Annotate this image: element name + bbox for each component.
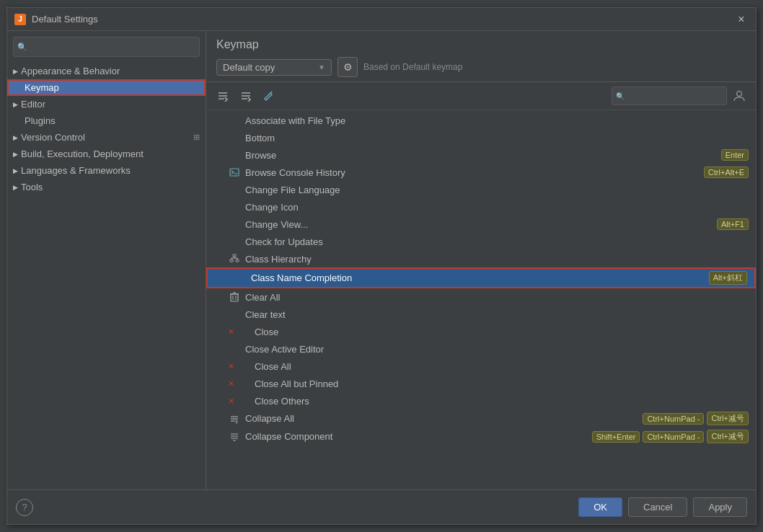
item-label: Check for Updates xyxy=(245,236,749,247)
item-label: Class Name Completion xyxy=(251,272,706,283)
pencil-button[interactable] xyxy=(260,87,278,105)
item-icon xyxy=(234,272,247,285)
item-label: Close xyxy=(255,327,749,337)
sidebar-item-label: Version Control xyxy=(21,132,85,143)
item-label: Collapse Component xyxy=(245,431,589,442)
list-item-browse-console[interactable]: Browse Console History Ctrl+Alt+E xyxy=(206,164,756,181)
shortcut-badge: Alt+F1 xyxy=(717,218,749,230)
sidebar-search-input[interactable] xyxy=(13,37,200,57)
main-header: Keymap Default copy ▼ ⚙ Based on Default… xyxy=(206,31,756,82)
x-mark-icon: ✕ xyxy=(228,396,234,406)
dialog-footer: ? OK Cancel Apply xyxy=(7,489,756,524)
ok-button[interactable]: OK xyxy=(578,497,622,517)
shortcut-badge: Ctrl+减号 xyxy=(707,412,749,425)
filter-person-button[interactable] xyxy=(730,87,749,105)
list-item-clear-all[interactable]: Clear All xyxy=(206,288,756,306)
x-mark-icon: ✕ xyxy=(228,379,234,389)
item-icon xyxy=(237,377,250,390)
app-icon: J xyxy=(14,14,26,25)
svg-rect-12 xyxy=(236,260,239,262)
list-item[interactable]: Associate with File Type xyxy=(206,112,756,129)
search-filter-area: 🔍 xyxy=(612,87,749,105)
svg-line-6 xyxy=(270,92,272,93)
pencil-icon xyxy=(263,90,275,102)
item-icon xyxy=(228,235,241,248)
list-item[interactable]: Clear text xyxy=(206,306,756,323)
filter-input[interactable] xyxy=(612,87,727,105)
item-label: Close Active Editor xyxy=(245,344,749,355)
version-control-icon: ⊞ xyxy=(193,133,200,142)
expand-arrow: ▶ xyxy=(13,68,18,75)
list-item[interactable]: Check for Updates xyxy=(206,233,756,250)
console-icon xyxy=(228,166,241,179)
sidebar-item-tools[interactable]: ▶ Tools xyxy=(7,179,206,195)
expand-all-button[interactable] xyxy=(213,87,232,105)
sidebar-item-keymap[interactable]: Keymap xyxy=(7,79,206,96)
sidebar-item-build[interactable]: ▶ Build, Execution, Deployment xyxy=(7,146,206,162)
list-item[interactable]: Change Icon xyxy=(206,198,756,216)
item-icon xyxy=(228,308,241,321)
item-icon xyxy=(237,325,250,338)
sidebar-item-label: Languages & Frameworks xyxy=(21,165,131,176)
expand-arrow: ▶ xyxy=(13,184,18,191)
shortcut-badge: Shift+Enter xyxy=(592,431,640,443)
sidebar-item-label: Tools xyxy=(21,182,43,192)
close-button[interactable]: × xyxy=(734,12,749,27)
sidebar-item-languages[interactable]: ▶ Languages & Frameworks xyxy=(7,162,206,179)
expand-arrow: ▶ xyxy=(13,167,18,174)
list-item[interactable]: Change File Language xyxy=(206,181,756,198)
item-label: Class Hierarchy xyxy=(245,254,749,265)
sidebar-item-appearance[interactable]: ▶ Appearance & Behavior xyxy=(7,63,206,79)
cancel-button[interactable]: Cancel xyxy=(628,497,687,517)
footer-buttons: OK Cancel Apply xyxy=(578,497,747,517)
hierarchy-icon xyxy=(228,252,241,265)
filter-input-wrap: 🔍 xyxy=(612,87,727,105)
item-label: Clear text xyxy=(245,309,749,320)
shortcut-badge: Ctrl+减号 xyxy=(707,430,749,443)
expand-arrow: ▶ xyxy=(13,151,18,158)
sidebar-item-version-control[interactable]: ▶ Version Control ⊞ xyxy=(7,129,206,146)
list-item[interactable]: Close Active Editor xyxy=(206,340,756,358)
help-button[interactable]: ? xyxy=(16,499,33,516)
based-on-label: Based on Default keymap xyxy=(363,62,462,72)
list-item[interactable]: Browse Enter xyxy=(206,146,756,164)
collapse-component-icon xyxy=(228,430,241,443)
item-icon xyxy=(228,183,241,196)
gear-button[interactable]: ⚙ xyxy=(338,57,358,77)
svg-rect-10 xyxy=(233,254,236,257)
apply-button[interactable]: Apply xyxy=(693,497,747,517)
item-label: Close Others xyxy=(255,396,749,407)
list-item-collapse-component[interactable]: Collapse Component Shift+Enter Ctrl+NumP… xyxy=(206,427,756,445)
list-item-class-name-completion[interactable]: Class Name Completion Alt+斜杠 xyxy=(206,267,756,288)
item-label: Change View... xyxy=(245,219,714,230)
collapse-all-button[interactable] xyxy=(237,87,255,105)
keymap-selector: Default copy ▼ ⚙ Based on Default keymap xyxy=(216,57,746,77)
title-bar: J Default Settings × xyxy=(7,8,756,31)
list-item-close[interactable]: ✕ Close xyxy=(206,323,756,340)
main-panel: Keymap Default copy ▼ ⚙ Based on Default… xyxy=(206,31,756,489)
item-label: Bottom xyxy=(245,133,749,143)
list-item-close-all-pinned[interactable]: ✕ Close All but Pinned xyxy=(206,375,756,392)
list-item-collapse-all[interactable]: Collapse All Ctrl+NumPad - Ctrl+减号 xyxy=(206,409,756,427)
item-icon xyxy=(228,148,241,161)
item-label: Browse Console History xyxy=(245,167,701,178)
filter-search-icon: 🔍 xyxy=(616,92,625,100)
nav-tree: ▶ Appearance & Behavior Keymap ▶ Editor … xyxy=(7,63,206,489)
list-item-close-others[interactable]: ✕ Close Others xyxy=(206,392,756,409)
item-label: Clear All xyxy=(245,292,749,303)
item-icon xyxy=(228,342,241,355)
item-icon xyxy=(237,360,250,373)
list-item[interactable]: Bottom xyxy=(206,129,756,146)
title-bar-left: J Default Settings xyxy=(14,14,98,25)
sidebar-item-label: Editor xyxy=(21,99,45,110)
list-item[interactable]: Change View... Alt+F1 xyxy=(206,216,756,233)
item-icon xyxy=(228,131,241,144)
list-item-class-hierarchy[interactable]: Class Hierarchy xyxy=(206,250,756,267)
item-icon xyxy=(228,218,241,231)
list-item-close-all[interactable]: ✕ Close All xyxy=(206,358,756,375)
sidebar-item-editor[interactable]: ▶ Editor xyxy=(7,96,206,112)
keymap-dropdown[interactable]: Default copy ▼ xyxy=(216,59,332,76)
expand-arrow: ▶ xyxy=(13,101,18,108)
sidebar-item-plugins[interactable]: Plugins xyxy=(7,112,206,129)
sidebar-item-label: Appearance & Behavior xyxy=(21,66,120,76)
